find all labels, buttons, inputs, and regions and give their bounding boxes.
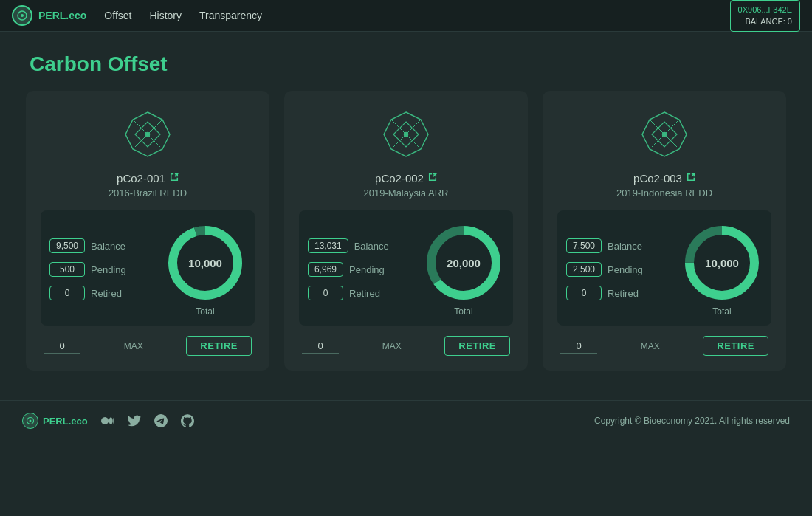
nav-logo-text: PERL.eco	[38, 10, 86, 21]
pending-value: 500	[49, 262, 85, 277]
pending-row: 2,500 Pending	[566, 262, 675, 277]
donut-center-value: 20,000	[447, 258, 481, 269]
retired-row: 0 Retired	[308, 286, 417, 300]
donut-section: 10,000 Total	[681, 222, 763, 317]
balance-row: 9,500 Balance	[49, 238, 159, 253]
medium-icon[interactable]	[100, 413, 116, 429]
nav-links: Offset History Transparency	[104, 7, 729, 24]
footer: PERL.eco	[0, 400, 812, 441]
retire-button[interactable]: RETIRE	[444, 336, 510, 356]
total-label: Total	[454, 306, 472, 317]
total-label: Total	[712, 306, 731, 317]
svg-point-1	[21, 14, 24, 17]
card-name: pCo2-001	[117, 172, 179, 185]
nav-link-history[interactable]: History	[149, 7, 182, 24]
retire-button[interactable]: RETIRE	[703, 336, 768, 356]
card-icon	[639, 109, 690, 160]
twitter-icon[interactable]	[126, 413, 142, 429]
svg-point-6	[146, 133, 150, 137]
balance-value: 9,500	[49, 238, 85, 253]
retire-input[interactable]	[44, 339, 80, 354]
retire-input[interactable]	[560, 339, 597, 354]
svg-point-28	[30, 420, 32, 422]
balance-label: Balance	[354, 241, 389, 252]
pending-value: 6,969	[308, 262, 343, 277]
svg-point-23	[663, 133, 667, 137]
retired-value: 0	[49, 286, 85, 300]
telegram-icon[interactable]	[153, 413, 169, 429]
card-subtitle: 2016-Brazil REDD	[109, 188, 187, 199]
balance-label: Balance	[608, 241, 642, 252]
external-link-icon[interactable]	[170, 173, 179, 184]
retire-section: MAX RETIRE	[299, 336, 513, 356]
retired-row: 0 Retired	[49, 286, 159, 300]
github-icon[interactable]	[179, 413, 196, 429]
page-header: Carbon Offset	[0, 32, 812, 91]
balance-row: 13,031 Balance	[308, 238, 417, 253]
pending-label: Pending	[91, 264, 126, 275]
balance-label: Balance	[91, 241, 125, 252]
retired-label: Retired	[349, 288, 380, 299]
footer-logo-icon	[22, 413, 38, 429]
nav-logo: PERL.eco	[12, 5, 86, 26]
retire-max-label: MAX	[345, 341, 438, 351]
pending-label: Pending	[349, 264, 385, 275]
footer-logo-text: PERL.eco	[43, 416, 88, 427]
card-stats: 9,500 Balance 500 Pending 0 Retired	[41, 210, 255, 326]
donut-section: 20,000 Total	[423, 222, 504, 317]
retire-button[interactable]: RETIRE	[186, 336, 252, 356]
donut-chart: 20,000	[423, 222, 504, 303]
retired-label: Retired	[608, 288, 639, 299]
card-pCo2-002: pCo2-002 2019-Malaysia ARR 13,031 Balanc…	[284, 91, 528, 371]
navbar: PERL.eco Offset History Transparency 0X9…	[0, 0, 812, 32]
card-stats: 7,500 Balance 2,500 Pending 0 Retired	[557, 210, 771, 326]
cards-container: pCo2-001 2016-Brazil REDD 9,500 Balance	[0, 91, 812, 371]
donut-chart: 10,000	[165, 222, 246, 303]
donut-center-value: 10,000	[705, 258, 739, 269]
retired-value: 0	[566, 286, 602, 300]
donut-center-value: 10,000	[188, 258, 222, 269]
card-subtitle: 2019-Malaysia ARR	[364, 188, 449, 199]
footer-copyright: Copyright © Bioeconomy 2021. All rights …	[594, 416, 790, 426]
retired-value: 0	[308, 286, 343, 300]
external-link-icon[interactable]	[687, 173, 695, 184]
retired-label: Retired	[91, 288, 122, 299]
page-title: Carbon Offset	[30, 52, 782, 76]
stats-labels: 7,500 Balance 2,500 Pending 0 Retired	[566, 238, 675, 300]
card-stats: 13,031 Balance 6,969 Pending 0 Retired	[299, 210, 513, 326]
retired-row: 0 Retired	[566, 286, 675, 300]
external-link-icon[interactable]	[428, 173, 437, 184]
wallet-address: 0X906...F342E	[738, 4, 792, 16]
pending-row: 6,969 Pending	[308, 262, 417, 277]
card-icon	[122, 109, 173, 160]
retire-max-label: MAX	[603, 341, 697, 351]
nav-logo-icon	[12, 5, 32, 26]
retire-input[interactable]	[302, 339, 339, 354]
retire-section: MAX RETIRE	[41, 336, 255, 356]
footer-social-icons	[100, 413, 196, 429]
wallet-balance: BALANCE: 0	[738, 16, 792, 28]
card-name: pCo2-003	[633, 172, 695, 185]
card-name: pCo2-002	[375, 172, 437, 185]
nav-link-transparency[interactable]: Transparency	[199, 7, 262, 24]
nav-wallet: 0X906...F342E BALANCE: 0	[730, 0, 800, 32]
retire-max-label: MAX	[86, 341, 180, 351]
balance-row: 7,500 Balance	[566, 238, 675, 253]
card-pCo2-003: pCo2-003 2019-Indonesia REDD 7,500 Balan…	[543, 91, 786, 371]
pending-label: Pending	[608, 264, 643, 275]
card-pCo2-001: pCo2-001 2016-Brazil REDD 9,500 Balance	[26, 91, 269, 371]
stats-labels: 9,500 Balance 500 Pending 0 Retired	[49, 238, 159, 300]
pending-value: 2,500	[566, 262, 602, 277]
footer-left: PERL.eco	[22, 413, 196, 429]
stats-labels: 13,031 Balance 6,969 Pending 0 Retired	[308, 238, 417, 300]
donut-chart: 10,000	[681, 222, 763, 303]
balance-value: 7,500	[566, 238, 602, 253]
balance-value: 13,031	[308, 238, 348, 253]
donut-section: 10,000 Total	[165, 222, 246, 317]
nav-link-offset[interactable]: Offset	[104, 7, 131, 24]
pending-row: 500 Pending	[49, 262, 159, 277]
footer-logo: PERL.eco	[22, 413, 88, 429]
card-icon	[380, 109, 432, 160]
total-label: Total	[196, 306, 214, 317]
retire-section: MAX RETIRE	[557, 336, 771, 356]
